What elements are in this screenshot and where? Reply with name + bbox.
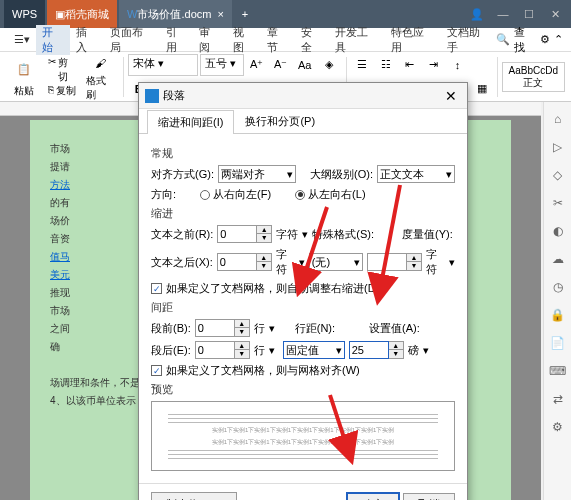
rp-share-icon[interactable]: ⇄	[549, 390, 567, 408]
menu-expand-icon[interactable]: ⌃	[554, 33, 563, 46]
line-spacing-label: 行距(N):	[295, 321, 335, 336]
dialog-close-button[interactable]: ✕	[441, 88, 461, 104]
rp-home-icon[interactable]: ⌂	[549, 110, 567, 128]
minimize-button[interactable]: —	[491, 4, 515, 24]
menu-more-icon[interactable]: ⚙	[540, 33, 550, 46]
format-painter[interactable]: 🖌	[90, 52, 112, 74]
maximize-button[interactable]: ☐	[517, 4, 541, 24]
measure-input[interactable]	[367, 253, 407, 271]
tabs-button[interactable]: 制表位(T)...	[151, 492, 237, 500]
section-preview: 预览	[151, 382, 455, 397]
outline-combo[interactable]: 正文文本▾	[377, 165, 455, 183]
menu-layout[interactable]: 页面布局	[104, 25, 160, 55]
set-value-label: 设置值(A):	[369, 321, 420, 336]
spin-up-icon[interactable]: ▲	[235, 320, 249, 328]
rp-color-icon[interactable]: ◐	[549, 222, 567, 240]
style-normal[interactable]: AaBbCcDd 正文	[502, 62, 565, 92]
size-combo[interactable]: 五号 ▾	[200, 54, 244, 76]
menu-helper[interactable]: 文档助手	[441, 25, 497, 55]
rp-select-icon[interactable]: ▷	[549, 138, 567, 156]
set-value-spinner[interactable]: ▲▼	[349, 341, 404, 359]
tab-indent[interactable]: 缩进和间距(I)	[147, 110, 234, 134]
shrink-font[interactable]: A⁻	[270, 54, 292, 76]
spin-down-icon[interactable]: ▼	[257, 262, 271, 270]
set-value-input[interactable]	[349, 341, 389, 359]
before-para-spinner[interactable]: ▲▼	[195, 319, 250, 337]
rp-key-icon[interactable]: ⌨	[549, 362, 567, 380]
tab-pagebreak[interactable]: 换行和分页(P)	[234, 109, 326, 133]
menu-chapter[interactable]: 章节	[261, 25, 295, 55]
menu-dev[interactable]: 开发工具	[329, 25, 385, 55]
close-button[interactable]: ✕	[543, 4, 567, 24]
measure-spinner[interactable]: ▲▼	[367, 253, 422, 271]
spin-up-icon[interactable]: ▲	[257, 254, 271, 262]
unit-label: 磅	[408, 343, 419, 358]
after-text-input[interactable]	[217, 253, 257, 271]
after-text-spinner[interactable]: ▲▼	[217, 253, 272, 271]
menu-view[interactable]: 视图	[227, 25, 261, 55]
indent-inc[interactable]: ⇥	[423, 54, 445, 76]
rp-gear-icon[interactable]: ⚙	[549, 418, 567, 436]
line-spacing-combo[interactable]: 固定值▾	[283, 341, 345, 359]
spin-down-icon[interactable]: ▼	[389, 350, 403, 358]
menu-file-icon[interactable]: ☰▾	[8, 33, 36, 46]
align-combo[interactable]: 两端对齐▾	[218, 165, 296, 183]
before-para-input[interactable]	[195, 319, 235, 337]
number-list[interactable]: ☷	[375, 54, 397, 76]
rp-doc-icon[interactable]: 📄	[549, 334, 567, 352]
search-label[interactable]: 查找	[514, 25, 536, 55]
section-general: 常规	[151, 146, 455, 161]
bullet-list[interactable]: ☰	[351, 54, 373, 76]
before-text-spinner[interactable]: ▲▼	[217, 225, 272, 243]
menu-insert[interactable]: 插入	[70, 25, 104, 55]
cancel-button[interactable]: 取消	[403, 493, 455, 500]
doc-label: 市场价值.docm	[137, 7, 211, 22]
sort-button[interactable]: ↕	[447, 54, 469, 76]
menu-review[interactable]: 审阅	[193, 25, 227, 55]
paste-button[interactable]: 📋	[10, 56, 38, 84]
menu-special[interactable]: 特色应用	[385, 25, 441, 55]
ok-button[interactable]: 确定	[346, 492, 400, 500]
spin-up-icon[interactable]: ▲	[235, 342, 249, 350]
menu-start[interactable]: 开始	[36, 25, 70, 55]
rtl-radio[interactable]: 从右向左(F)	[200, 187, 271, 202]
indent-grid-checkbox[interactable]: ✓ 如果定义了文档网格，则自动调整右缩进(D)	[151, 281, 455, 296]
rp-shape-icon[interactable]: ◇	[549, 166, 567, 184]
spin-down-icon[interactable]: ▼	[235, 328, 249, 336]
font-combo[interactable]: 宋体 ▾	[128, 54, 198, 76]
mall-label: 稻壳商城	[65, 7, 109, 22]
spin-up-icon[interactable]: ▲	[389, 342, 403, 350]
spin-up-icon[interactable]: ▲	[407, 254, 421, 262]
indent-dec[interactable]: ⇤	[399, 54, 421, 76]
format-label: 格式刷	[86, 74, 114, 102]
after-para-spinner[interactable]: ▲▼	[195, 341, 250, 359]
rp-clip-icon[interactable]: ✂	[549, 194, 567, 212]
cut-button[interactable]: ✂	[48, 56, 56, 84]
search-icon[interactable]: 🔍	[496, 33, 510, 46]
dialog-titlebar[interactable]: 段落 ✕	[139, 83, 467, 109]
spin-down-icon[interactable]: ▼	[235, 350, 249, 358]
before-text-input[interactable]	[217, 225, 257, 243]
login-icon[interactable]: 👤	[465, 4, 489, 24]
tab-close-icon[interactable]: ×	[217, 8, 223, 20]
spacing-grid-checkbox[interactable]: ✓ 如果定义了文档网格，则与网格对齐(W)	[151, 363, 455, 378]
grow-font[interactable]: A⁺	[246, 54, 268, 76]
menu-ref[interactable]: 引用	[160, 25, 194, 55]
spin-down-icon[interactable]: ▼	[257, 234, 271, 242]
after-para-input[interactable]	[195, 341, 235, 359]
rp-clock-icon[interactable]: ◷	[549, 278, 567, 296]
clear-format[interactable]: ◈	[318, 54, 340, 76]
spin-up-icon[interactable]: ▲	[257, 226, 271, 234]
unit-label: 行	[254, 321, 265, 336]
case-button[interactable]: Aa	[294, 54, 316, 76]
rp-lock-icon[interactable]: 🔒	[549, 306, 567, 324]
copy-button[interactable]: ⎘	[48, 84, 54, 98]
ltr-radio[interactable]: 从左向右(L)	[295, 187, 365, 202]
rp-cloud-icon[interactable]: ☁	[549, 250, 567, 268]
clipboard-group: ✂剪切 ⎘复制	[44, 56, 80, 98]
special-combo[interactable]: (无)▾	[309, 253, 363, 271]
menu-security[interactable]: 安全	[295, 25, 329, 55]
spin-down-icon[interactable]: ▼	[407, 262, 421, 270]
para-shading[interactable]: ▦	[471, 78, 493, 100]
window-controls: 👤 — ☐ ✕	[465, 4, 567, 24]
